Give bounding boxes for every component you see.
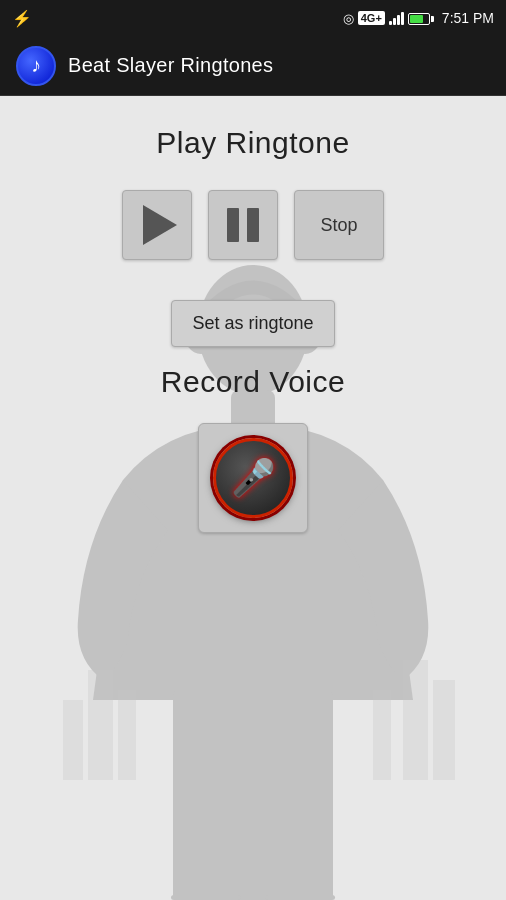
play-button[interactable] xyxy=(122,190,192,260)
set-ringtone-button[interactable]: Set as ringtone xyxy=(171,300,334,347)
microphone-icon: 🎤 xyxy=(231,457,276,499)
record-button[interactable]: 🎤 xyxy=(198,423,308,533)
svg-rect-6 xyxy=(265,895,335,900)
play-ringtone-title: Play Ringtone xyxy=(156,126,349,160)
svg-rect-12 xyxy=(373,690,391,780)
status-bar-left: ⚡ xyxy=(12,9,32,28)
svg-rect-11 xyxy=(403,660,428,780)
content-overlay: Play Ringtone Stop Set as ringtone Recor… xyxy=(0,96,506,533)
svg-rect-7 xyxy=(63,700,83,780)
status-bar-right: ◎ 4G+ 7:51 PM xyxy=(343,10,494,26)
svg-rect-8 xyxy=(88,670,113,780)
playback-controls: Stop xyxy=(122,190,384,260)
app-icon xyxy=(16,46,56,86)
pause-button[interactable] xyxy=(208,190,278,260)
app-title: Beat Slayer Ringtones xyxy=(68,54,273,77)
record-voice-title: Record Voice xyxy=(161,365,345,399)
mic-icon-container: 🎤 xyxy=(213,438,293,518)
play-icon xyxy=(143,205,177,245)
pause-icon xyxy=(227,208,259,242)
battery-icon xyxy=(408,11,434,26)
main-content: Play Ringtone Stop Set as ringtone Recor… xyxy=(0,96,506,900)
status-bar: ⚡ ◎ 4G+ 7:51 PM xyxy=(0,0,506,36)
svg-rect-9 xyxy=(118,690,136,780)
signal-icon xyxy=(389,11,404,25)
svg-rect-4 xyxy=(173,690,333,900)
app-bar: Beat Slayer Ringtones xyxy=(0,36,506,96)
usb-icon: ⚡ xyxy=(12,9,32,28)
stop-button[interactable]: Stop xyxy=(294,190,384,260)
svg-rect-10 xyxy=(433,680,455,780)
svg-rect-5 xyxy=(171,895,241,900)
wifi-icon: ◎ xyxy=(343,11,354,26)
time-label: 7:51 PM xyxy=(442,10,494,26)
network-type-label: 4G+ xyxy=(358,11,385,25)
